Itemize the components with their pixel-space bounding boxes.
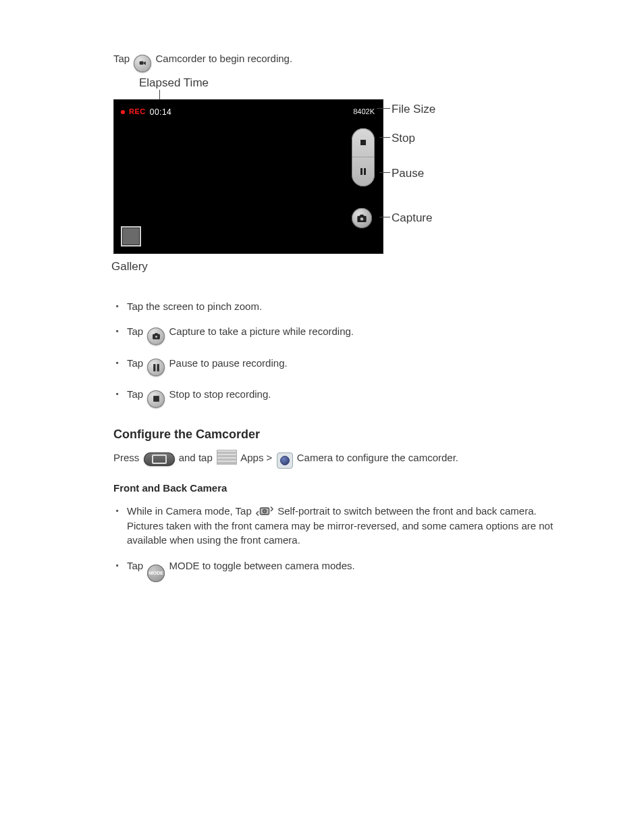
- list-item: Tap MODE MODE to toggle between camera m…: [113, 558, 560, 582]
- stop-icon: [147, 390, 165, 408]
- list-item: Tap Pause to pause recording.: [113, 356, 560, 377]
- svg-point-4: [360, 217, 364, 221]
- svg-rect-1: [360, 140, 366, 145]
- lead-line: [377, 108, 390, 109]
- stop-label: Stop: [392, 130, 415, 147]
- record-controls: [352, 128, 375, 186]
- rec-indicator: REC 00:14: [121, 107, 171, 118]
- text: Tap: [127, 301, 143, 312]
- list-item: While in Camera mode, Tap Self-portrait …: [113, 504, 560, 548]
- apps-grid-icon: [217, 450, 237, 465]
- text: Apps >: [240, 452, 275, 463]
- mode-icon: MODE: [147, 565, 165, 582]
- text: Camera to configure the camcorder.: [297, 452, 458, 463]
- pause-icon: [147, 359, 165, 376]
- recording-diagram: Elapsed Time REC 00:14 8402K: [113, 82, 560, 284]
- svg-rect-7: [157, 364, 159, 371]
- text: the screen to pinch zoom.: [146, 301, 262, 312]
- text: Tap: [127, 388, 146, 400]
- svg-point-5: [155, 336, 157, 338]
- text: Pause to pause recording.: [169, 357, 288, 369]
- capture-button[interactable]: [352, 208, 372, 228]
- recording-instructions: Tap the screen to pinch zoom. Tap Captur…: [113, 299, 560, 408]
- configure-camcorder-heading: Configure the Camcorder: [113, 425, 560, 443]
- text: Tap: [127, 357, 146, 369]
- elapsed-time-value: 00:14: [150, 107, 172, 118]
- text: Tap: [127, 560, 146, 571]
- text: MODE to toggle between camera modes.: [169, 560, 355, 571]
- list-item: Tap Capture to take a picture while reco…: [113, 324, 560, 345]
- svg-rect-0: [139, 61, 143, 65]
- home-button-icon: [144, 452, 175, 466]
- front-camera-instructions: While in Camera mode, Tap Self-portrait …: [113, 504, 560, 583]
- front-back-camera-heading: Front and Back Camera: [113, 481, 560, 496]
- svg-point-10: [263, 509, 267, 513]
- lead-line: [379, 137, 390, 138]
- viewfinder: REC 00:14 8402K: [113, 99, 383, 254]
- text: Tap: [127, 325, 146, 337]
- rec-text: REC: [129, 107, 146, 118]
- gallery-label: Gallery: [111, 259, 148, 276]
- svg-rect-6: [153, 364, 155, 371]
- intro-line: Tap Camcorder to begin recording.: [113, 51, 560, 72]
- intro-before: Tap: [113, 53, 132, 64]
- pause-label: Pause: [392, 165, 424, 182]
- camera-app-icon: [277, 452, 293, 469]
- intro-after: Camcorder to begin recording.: [156, 53, 293, 64]
- list-item: Tap Stop to stop recording.: [113, 387, 560, 408]
- lead-line: [379, 217, 390, 217]
- lead-line: [379, 172, 390, 173]
- rec-dot-icon: [121, 110, 125, 114]
- camcorder-icon: [134, 55, 151, 72]
- file-size-value: 8402K: [353, 107, 375, 118]
- text: Capture to take a picture while recordin…: [169, 325, 354, 337]
- capture-label: Capture: [392, 210, 432, 227]
- pause-button[interactable]: [352, 157, 375, 186]
- text: Stop to stop recording.: [169, 388, 271, 400]
- gallery-thumbnail[interactable]: [121, 226, 141, 246]
- list-item: Tap the screen to pinch zoom.: [113, 299, 560, 314]
- text: and tap: [179, 452, 215, 463]
- elapsed-time-label: Elapsed Time: [139, 75, 209, 92]
- svg-rect-8: [153, 396, 159, 402]
- capture-icon: [147, 328, 165, 345]
- configure-camcorder-para: Press and tap Apps > Camera to configure…: [113, 450, 560, 469]
- text: While in Camera mode, Tap: [127, 505, 254, 517]
- text: Press: [113, 452, 142, 463]
- svg-rect-2: [360, 168, 363, 175]
- svg-rect-3: [364, 168, 366, 175]
- file-size-label: File Size: [392, 101, 435, 118]
- stop-button[interactable]: [352, 128, 375, 157]
- self-portrait-icon: [256, 504, 273, 519]
